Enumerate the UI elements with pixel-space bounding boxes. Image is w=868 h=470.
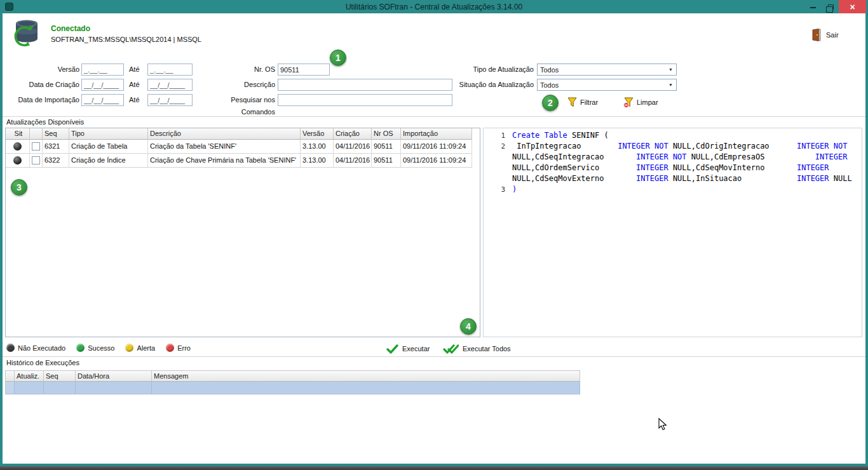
update-row[interactable]: 6322Criação de ÍndiceCriação de Chave Pr… <box>6 154 480 168</box>
situacao-atualizacao-select[interactable]: Todos ▼ <box>537 79 677 91</box>
updates-column-header[interactable]: Importação <box>401 128 472 140</box>
updates-column-header[interactable]: Versão <box>301 128 334 140</box>
filtrar-button[interactable]: Filtrar <box>567 96 598 109</box>
legend-label: Alerta <box>137 344 155 352</box>
connection-status: Conectado <box>51 24 90 33</box>
situacao-atualizacao-value: Todos <box>538 81 665 89</box>
nr-os-cell: 90511 <box>372 154 401 168</box>
connection-string: SOFTRAN_TMS:MSSQL\MSSQL2014 | MSSQL <box>51 36 201 43</box>
status-dot-nao-executado <box>13 156 22 164</box>
maximize-button[interactable] <box>822 0 839 13</box>
legend-status-dot <box>125 344 133 352</box>
data-criacao-de-input[interactable] <box>81 79 124 91</box>
caption-buttons: × <box>804 0 866 13</box>
line-number <box>484 163 512 173</box>
sql-text: NULL,CdOrdemServico <box>512 163 636 172</box>
history-row[interactable] <box>6 382 580 394</box>
tipo-atualizacao-value: Todos <box>538 66 665 74</box>
close-button[interactable]: × <box>839 0 866 13</box>
checkbox-cell[interactable] <box>30 140 43 154</box>
versao-de-input[interactable] <box>81 64 124 76</box>
nr-os-input[interactable] <box>278 64 330 76</box>
legend-status-dot <box>76 344 85 352</box>
descricao-label: Descrição <box>196 79 275 91</box>
code-line: NULL,CdSeqIntegracao INTEGER NOT NULL,Cd… <box>484 152 862 163</box>
separator <box>3 116 865 117</box>
updates-column-header[interactable]: Tipo <box>69 128 148 140</box>
minimize-button[interactable] <box>804 0 822 13</box>
sql-keyword: INTEGER NOT <box>618 142 668 151</box>
tipo-atualizacao-select[interactable]: Todos ▼ <box>537 64 677 76</box>
history-column-header[interactable]: Atualiz. <box>15 371 44 382</box>
updates-column-header[interactable] <box>30 128 43 140</box>
sql-keyword: INTEGER NOT <box>636 152 686 161</box>
descricao-cell: Criação da Tabela 'SENINF' <box>148 140 301 154</box>
row-checkbox[interactable] <box>32 156 40 164</box>
ate-label: Até <box>129 94 146 106</box>
data-hora-cell <box>76 382 152 394</box>
versao-ate-input[interactable] <box>147 64 193 76</box>
ate-label: Até <box>129 79 146 91</box>
sql-viewer[interactable]: 1Create Table SENINF (2 InTpIntegracao I… <box>483 128 862 337</box>
executar-label: Executar <box>402 345 430 352</box>
updates-column-header[interactable]: Descrição <box>148 128 301 140</box>
tipo-atualizacao-label: Tipo de Atualização <box>444 64 534 76</box>
history-column-header[interactable]: Data/Hora <box>76 371 152 382</box>
line-number: 1 <box>484 130 512 141</box>
sql-text: NULL,CdEmpresaOS <box>687 152 815 161</box>
legend-status-dot <box>166 344 174 352</box>
status-dot-nao-executado <box>13 142 22 151</box>
descricao-input[interactable] <box>278 79 452 91</box>
history-grid: Atualiz.SeqData/HoraMensagem <box>5 370 580 394</box>
sql-text: NULL,CdSeqMovExterno <box>512 174 636 183</box>
legend-label: Sucesso <box>88 344 114 352</box>
filter-icon <box>567 97 577 107</box>
history-selector-header <box>6 371 15 382</box>
updates-column-header[interactable]: Nr OS <box>372 128 401 140</box>
exit-button[interactable]: Sair <box>812 27 839 43</box>
history-column-header[interactable]: Seq <box>44 371 76 382</box>
data-criacao-ate-input[interactable] <box>147 79 193 91</box>
executar-todos-button[interactable]: Executar Todos <box>443 343 511 354</box>
updates-grid: SitSeqTipoDescriçãoVersãoCriaçãoNr OSImp… <box>5 128 480 337</box>
updates-column-header[interactable]: Sit <box>6 128 30 140</box>
executar-todos-label: Executar Todos <box>463 345 511 352</box>
sql-keyword: INTEGER NOT <box>797 142 847 151</box>
history-rows <box>6 382 580 394</box>
window-border <box>865 13 868 464</box>
executar-button[interactable]: Executar <box>386 343 430 354</box>
checkbox-cell[interactable] <box>30 154 43 168</box>
sql-text: NULL,CdSeqMovInterno <box>668 163 797 172</box>
limpar-button[interactable]: Limpar <box>623 96 658 109</box>
pesquisar-comandos-input[interactable] <box>278 94 452 106</box>
legend: Não ExecutadoSucessoAlertaErro <box>6 344 201 352</box>
annotation-badge-3: 3 <box>11 179 27 196</box>
app-icon <box>5 3 13 11</box>
code-line: NULL,CdOrdemServico INTEGER NULL,CdSeqMo… <box>484 163 862 173</box>
annotation-badge-2: 2 <box>542 95 559 111</box>
nr-os-label: Nr. OS <box>196 64 275 76</box>
data-importacao-ate-input[interactable] <box>147 94 193 106</box>
update-row[interactable]: 6321Criação de TabelaCriação da Tabela '… <box>6 140 480 154</box>
seq-cell: 6322 <box>43 154 69 168</box>
line-number <box>484 173 512 184</box>
code-line: 3) <box>484 184 862 195</box>
code-text: InTpIntegracao INTEGER NOT NULL,CdOrigIn… <box>512 141 847 152</box>
row-selector <box>6 382 15 394</box>
data-importacao-de-input[interactable] <box>81 94 124 106</box>
updates-column-header[interactable]: Criação <box>334 128 372 140</box>
history-section-title: Histórico de Execuções <box>6 359 79 366</box>
importacao-cell: 09/11/2016 11:09:24 <box>401 154 472 168</box>
descricao-cell: Criação de Chave Primária na Tabela 'SEN… <box>148 154 301 168</box>
updates-column-header[interactable]: Seq <box>43 128 69 140</box>
code-line: 2 InTpIntegracao INTEGER NOT NULL,CdOrig… <box>484 141 862 152</box>
tipo-cell: Criação de Índice <box>69 154 148 168</box>
row-checkbox[interactable] <box>32 142 40 151</box>
close-icon: × <box>850 2 855 12</box>
sql-keyword: INTEGER <box>815 152 848 161</box>
annotation-badge-1: 1 <box>330 50 346 66</box>
legend-label: Não Executado <box>18 344 65 352</box>
code-text: ) <box>512 184 517 195</box>
history-column-header[interactable]: Mensagem <box>152 371 580 382</box>
sql-keyword: ) <box>512 185 517 194</box>
